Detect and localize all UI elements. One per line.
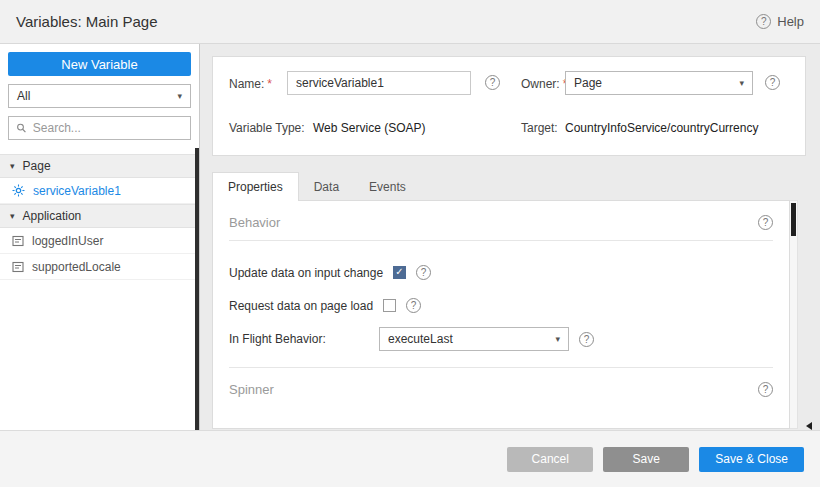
update-on-input-help-icon[interactable]: ?	[416, 265, 431, 280]
in-flight-select[interactable]: executeLast ▾	[379, 327, 569, 351]
new-variable-button[interactable]: New Variable	[8, 52, 191, 76]
behavior-section-header: Behavior ?	[213, 201, 789, 240]
tab-properties[interactable]: Properties	[212, 172, 299, 201]
properties-scrollbar[interactable]	[789, 200, 798, 429]
save-button[interactable]: Save	[603, 447, 689, 472]
owner-label: Owner:*	[521, 77, 567, 91]
update-on-input-row: Update data on input change ?	[213, 265, 789, 280]
tree-item-label: serviceVariable1	[33, 184, 121, 198]
behavior-heading: Behavior	[229, 215, 280, 230]
spinner-section-header: Spinner ?	[213, 368, 789, 407]
required-marker: *	[267, 77, 272, 91]
cancel-button[interactable]: Cancel	[507, 447, 593, 472]
static-variable-icon	[12, 235, 24, 247]
update-on-input-checkbox[interactable]	[393, 266, 406, 279]
update-on-input-label: Update data on input change	[229, 266, 383, 280]
search-box	[8, 116, 191, 140]
search-icon	[16, 122, 27, 134]
tree-group-label: Application	[23, 209, 82, 223]
tree-group-page[interactable]: ▾ Page	[0, 154, 199, 178]
chevron-down-icon: ▾	[555, 335, 560, 344]
footer: Cancel Save Save & Close	[0, 430, 820, 487]
owner-select[interactable]: Page ▾	[565, 71, 753, 95]
search-input[interactable]	[33, 121, 183, 135]
web-service-variable-icon	[12, 184, 25, 197]
variable-type-label: Variable Type:	[229, 121, 305, 135]
tab-data[interactable]: Data	[299, 173, 354, 201]
static-variable-icon	[12, 261, 24, 273]
request-on-load-row: Request data on page load ?	[213, 298, 789, 313]
header: Variables: Main Page ? Help	[0, 0, 820, 44]
spinner-heading: Spinner	[229, 382, 274, 397]
main-panel: Name:* ? Owner:* Page ▾ ? Variable Type:…	[200, 44, 820, 430]
in-flight-value: executeLast	[388, 332, 453, 346]
name-help-icon[interactable]: ?	[485, 75, 500, 90]
help-button[interactable]: ? Help	[756, 14, 804, 29]
in-flight-help-icon[interactable]: ?	[579, 332, 594, 347]
tree-group-application[interactable]: ▾ Application	[0, 204, 199, 228]
request-on-load-checkbox[interactable]	[383, 299, 396, 312]
tree-item-loggedinuser[interactable]: loggedInUser	[0, 228, 199, 254]
properties-panel: Behavior ? Update data on input change ?…	[212, 200, 790, 429]
in-flight-row: In Flight Behavior: executeLast ▾ ?	[213, 327, 789, 351]
chevron-down-icon: ▾	[739, 79, 744, 88]
request-on-load-help-icon[interactable]: ?	[406, 298, 421, 313]
target-label: Target:	[521, 121, 558, 135]
name-input[interactable]	[287, 71, 471, 95]
name-label: Name:*	[229, 77, 272, 91]
chevron-down-icon: ▾	[177, 92, 182, 101]
owner-help-icon[interactable]: ?	[765, 75, 780, 90]
in-flight-label: In Flight Behavior:	[229, 332, 369, 346]
tab-events[interactable]: Events	[354, 173, 421, 201]
sidebar: New Variable All ▾ ▾ Page	[0, 44, 200, 430]
tree-item-label: loggedInUser	[32, 234, 103, 248]
scope-filter-value: All	[17, 89, 30, 103]
tabs: Properties Data Events	[212, 172, 421, 201]
collapse-arrow-icon: ▾	[10, 212, 15, 221]
target-value: CountryInfoService/countryCurrency	[565, 121, 758, 135]
sidebar-controls: New Variable All ▾	[0, 44, 199, 148]
variables-dialog: Variables: Main Page ? Help New Variable…	[0, 0, 820, 487]
scrollbar-thumb[interactable]	[791, 203, 796, 236]
help-icon: ?	[756, 14, 771, 29]
page-title: Variables: Main Page	[16, 13, 157, 30]
spinner-help-icon[interactable]: ?	[758, 382, 773, 397]
variables-tree: ▾ Page serviceVariable1 ▾ Application	[0, 154, 199, 280]
request-on-load-label: Request data on page load	[229, 299, 373, 313]
divider	[229, 240, 773, 241]
scope-filter-select[interactable]: All ▾	[8, 84, 191, 108]
owner-value: Page	[574, 76, 602, 90]
tree-item-label: supportedLocale	[32, 260, 121, 274]
behavior-help-icon[interactable]: ?	[758, 215, 773, 230]
variable-type-value: Web Service (SOAP)	[313, 121, 425, 135]
tree-group-label: Page	[23, 159, 51, 173]
help-label: Help	[777, 14, 804, 29]
collapse-arrow-icon: ▾	[10, 162, 15, 171]
tree-item-supportedlocale[interactable]: supportedLocale	[0, 254, 199, 280]
sidebar-scrollbar[interactable]	[195, 148, 199, 430]
scroll-left-arrow-icon[interactable]	[806, 422, 812, 430]
variable-summary-card: Name:* ? Owner:* Page ▾ ? Variable Type:…	[212, 56, 806, 156]
tree-item-servicevariable1[interactable]: serviceVariable1	[0, 178, 199, 204]
save-close-button[interactable]: Save & Close	[699, 447, 804, 472]
